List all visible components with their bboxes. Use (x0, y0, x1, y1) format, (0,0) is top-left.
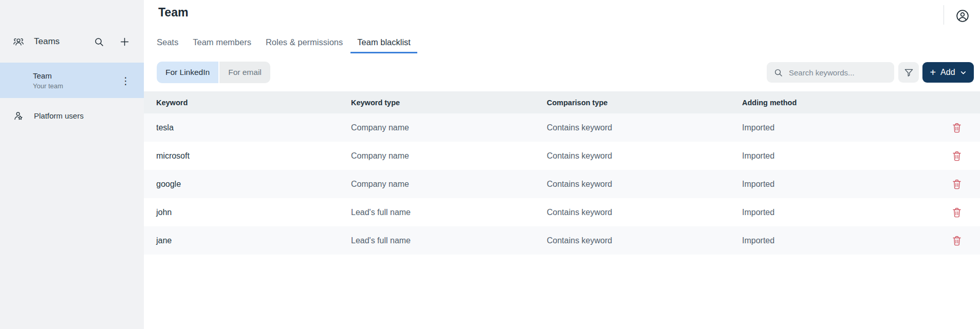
cell-keyword-type: Company name (351, 151, 547, 161)
platform-user-star-icon (13, 110, 24, 122)
cell-comparison-type: Contains keyword (547, 151, 742, 161)
app-window: Teams Team Your team ⋮ (0, 0, 980, 329)
user-avatar-button[interactable] (955, 9, 970, 23)
cell-adding-method: Imported (742, 236, 946, 245)
column-header-adding-method: Adding method (742, 99, 946, 107)
sidebar-title: Teams (34, 36, 94, 47)
plus-icon (120, 37, 129, 46)
tab-seats[interactable]: Seats (157, 37, 178, 53)
cell-comparison-type: Contains keyword (547, 123, 742, 132)
search-icon (774, 68, 783, 77)
cell-comparison-type: Contains keyword (547, 208, 742, 217)
trash-icon (952, 151, 961, 161)
search-icon (94, 37, 104, 47)
column-header-keyword: Keyword (156, 99, 351, 107)
chevron-down-icon (960, 69, 967, 76)
tab-team-members[interactable]: Team members (193, 37, 251, 53)
table-row: john Lead's full name Contains keyword I… (144, 198, 980, 226)
tab-bar: Seats Team members Roles & permissions T… (157, 37, 411, 53)
cell-keyword: john (156, 208, 351, 217)
add-button[interactable]: + Add (922, 62, 974, 83)
search-input[interactable] (788, 68, 892, 78)
table-row: google Company name Contains keyword Imp… (144, 170, 980, 198)
delete-row-button[interactable] (951, 178, 963, 190)
cell-adding-method: Imported (742, 151, 946, 161)
filter-funnel-icon (904, 68, 914, 78)
topbar-divider (944, 5, 944, 25)
kebab-menu-icon[interactable]: ⋮ (121, 75, 131, 85)
tab-team-blacklist[interactable]: Team blacklist (350, 37, 417, 53)
cell-keyword-type: Lead's full name (351, 236, 547, 245)
add-team-button[interactable] (120, 37, 129, 46)
plus-icon: + (930, 67, 936, 78)
trash-icon (952, 123, 961, 133)
trash-icon (952, 236, 961, 246)
platform-users-label: Platform users (34, 111, 84, 120)
column-header-keyword-type: Keyword type (351, 99, 547, 107)
cell-keyword-type: Company name (351, 180, 547, 189)
cell-keyword: jane (156, 236, 351, 245)
cell-keyword: google (156, 180, 351, 189)
sidebar-search-button[interactable] (94, 37, 104, 47)
sidebar-item-platform-users[interactable]: Platform users (0, 98, 144, 133)
column-header-comparison-type: Comparison type (547, 99, 742, 107)
table-row: microsoft Company name Contains keyword … (144, 142, 980, 170)
cell-adding-method: Imported (742, 208, 946, 217)
trash-icon (952, 179, 961, 189)
cell-keyword-type: Lead's full name (351, 208, 547, 217)
teams-group-icon (13, 36, 24, 47)
sidebar-header: Teams (0, 36, 144, 47)
blacklist-type-segmented-control: For LinkedIn For email (157, 62, 270, 83)
user-avatar-icon (955, 9, 970, 23)
cell-keyword-type: Company name (351, 123, 547, 132)
blacklist-table: Keyword Keyword type Comparison type Add… (144, 91, 980, 255)
add-button-label: Add (940, 68, 955, 77)
delete-row-button[interactable] (951, 150, 963, 162)
table-row: tesla Company name Contains keyword Impo… (144, 113, 980, 142)
page-title: Team (158, 6, 188, 20)
table-header: Keyword Keyword type Comparison type Add… (144, 91, 980, 113)
cell-comparison-type: Contains keyword (547, 180, 742, 189)
keyword-search (767, 62, 894, 83)
cell-adding-method: Imported (742, 180, 946, 189)
delete-row-button[interactable] (951, 122, 963, 134)
trash-icon (952, 207, 961, 218)
sidebar: Teams Team Your team ⋮ (0, 0, 144, 329)
cell-adding-method: Imported (742, 123, 946, 132)
segment-for-linkedin[interactable]: For LinkedIn (157, 62, 218, 83)
cell-keyword: microsoft (156, 151, 351, 161)
delete-row-button[interactable] (951, 235, 963, 247)
tab-roles-permissions[interactable]: Roles & permissions (266, 37, 343, 53)
table-body: tesla Company name Contains keyword Impo… (144, 113, 980, 255)
table-row: jane Lead's full name Contains keyword I… (144, 226, 980, 255)
cell-keyword: tesla (156, 123, 351, 132)
sidebar-item-team[interactable]: Team Your team ⋮ (0, 63, 144, 98)
cell-comparison-type: Contains keyword (547, 236, 742, 245)
segment-for-email[interactable]: For email (219, 62, 270, 83)
delete-row-button[interactable] (951, 206, 963, 219)
filter-button[interactable] (898, 62, 919, 83)
